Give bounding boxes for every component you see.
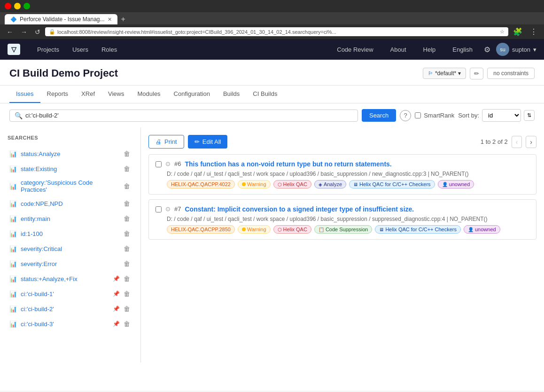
- nav-reload-button[interactable]: ↺: [32, 27, 43, 37]
- win-max-btn[interactable]: [23, 3, 30, 9]
- sidebar-item[interactable]: 📊 status:Analyze 🗑: [8, 146, 133, 161]
- nav-back-button[interactable]: ←: [4, 27, 16, 37]
- issue-title[interactable]: Constant: Implicit conversion to a signe…: [185, 205, 529, 213]
- sidebar: SEARCHES 📊 status:Analyze 🗑 📊 state:Exis…: [0, 127, 141, 362]
- smartrank-checkbox[interactable]: [415, 112, 421, 118]
- sidebar-item-actions: 📌 🗑: [112, 289, 131, 298]
- delete-search-button[interactable]: 🗑: [123, 229, 131, 238]
- issue-title[interactable]: This function has a non-void return type…: [185, 160, 529, 168]
- delete-search-button[interactable]: 🗑: [123, 304, 131, 314]
- sidebar-item[interactable]: 📊 category:'Suspicious Code Practices' 🗑: [8, 176, 133, 196]
- delete-search-button[interactable]: 🗑: [123, 199, 131, 208]
- nav-forward-button[interactable]: →: [18, 27, 30, 37]
- win-close-btn[interactable]: [5, 3, 11, 9]
- delete-search-button[interactable]: 🗑: [123, 149, 131, 158]
- sidebar-item-severity-error[interactable]: 📊 severity:Error 🗑: [8, 256, 133, 271]
- tab-modules[interactable]: Modules: [131, 86, 167, 103]
- next-page-button[interactable]: ›: [526, 136, 536, 148]
- delete-search-button[interactable]: 🗑: [123, 181, 131, 191]
- constraints-button[interactable]: no constraints: [487, 68, 535, 79]
- issue-rule-tag[interactable]: HELIX-QAC.QACPP.4022: [167, 180, 235, 188]
- pagination-text: 1 to 2 of 2: [481, 138, 508, 145]
- sort-select[interactable]: id severity status file: [482, 109, 521, 122]
- delete-search-button[interactable]: 🗑: [123, 259, 131, 268]
- issue-checkbox[interactable]: [155, 206, 162, 212]
- issue-checkbox[interactable]: [155, 161, 162, 167]
- nav-users[interactable]: Users: [67, 43, 94, 56]
- bar-chart-icon: 📊: [9, 230, 17, 237]
- prev-page-button[interactable]: ‹: [512, 136, 522, 148]
- edit-all-button[interactable]: ✏ Edit All: [188, 135, 228, 149]
- sidebar-item-ci-build-1[interactable]: 📊 ci:'ci-build-1' 📌 🗑: [8, 286, 133, 301]
- pin-search-button[interactable]: 📌: [112, 290, 121, 298]
- sidebar-item[interactable]: 📊 status:+Analyze,+Fix 📌 🗑: [8, 271, 133, 286]
- nav-code-review[interactable]: Code Review: [331, 43, 379, 56]
- tab-builds[interactable]: Builds: [217, 86, 246, 103]
- nav-help[interactable]: Help: [418, 43, 442, 56]
- delete-search-button[interactable]: 🗑: [123, 164, 131, 173]
- search-input[interactable]: [25, 112, 353, 119]
- pin-search-button[interactable]: 📌: [112, 274, 121, 283]
- pin-search-button[interactable]: 📌: [112, 320, 121, 328]
- issue-rule-tag[interactable]: HELIX-QAC.QACPP.2850: [167, 225, 235, 234]
- issue-severity-tag[interactable]: Warning: [238, 180, 271, 188]
- delete-search-button[interactable]: 🗑: [123, 274, 131, 283]
- new-tab-button[interactable]: +: [117, 14, 129, 24]
- pagination: 1 to 2 of 2 ‹ ›: [481, 136, 536, 148]
- browser-tab-active[interactable]: 🔷 Perforce Validate - Issue Manag... ✕: [5, 14, 117, 24]
- issue-checker-tag[interactable]: 🖥 Helix QAC for C/C++ Checkers: [375, 225, 461, 234]
- bar-chart-icon: 📊: [9, 321, 17, 328]
- tab-ci-builds[interactable]: CI Builds: [246, 86, 284, 103]
- extensions-button[interactable]: 🧩: [510, 26, 525, 37]
- address-bar[interactable]: 🔒 localhost:8008/review/insight-review.h…: [45, 27, 508, 36]
- nav-roles[interactable]: Roles: [96, 43, 123, 56]
- issue-owner-tag[interactable]: 👤 unowned: [438, 180, 474, 188]
- nav-projects[interactable]: Projects: [31, 43, 65, 56]
- sidebar-item-severity-critical[interactable]: 📊 severity:Critical 🗑: [8, 241, 133, 256]
- issue-helix-tag[interactable]: ⬡ Helix QAC: [273, 225, 311, 234]
- sidebar-item[interactable]: 📊 entity:main 🗑: [8, 211, 133, 226]
- issue-checker-tag[interactable]: 🖥 Helix QAC for C/C++ Checkers: [349, 180, 435, 188]
- tab-close-btn[interactable]: ✕: [108, 16, 112, 23]
- sidebar-item[interactable]: 📊 state:Existing 🗑: [8, 161, 133, 176]
- sidebar-item-label: ci:'ci-build-3': [21, 321, 108, 328]
- issue-owner-tag[interactable]: 👤 unowned: [464, 225, 500, 234]
- pin-search-button[interactable]: 📌: [112, 305, 121, 313]
- issue-severity-tag[interactable]: Warning: [238, 225, 271, 234]
- issue-codesup-tag[interactable]: 📋 Code Suppression: [314, 225, 373, 234]
- delete-search-button[interactable]: 🗑: [123, 289, 131, 298]
- nav-language[interactable]: English: [447, 43, 478, 56]
- print-button[interactable]: 🖨 Print: [148, 135, 184, 149]
- sidebar-item-ci-build-3[interactable]: 📊 ci:'ci-build-3' 📌 🗑: [8, 316, 133, 331]
- browser-menu-button[interactable]: ⋮: [527, 26, 540, 37]
- tab-xref[interactable]: XRef: [75, 86, 101, 103]
- issue-helix-tag[interactable]: ⬡ Helix QAC: [273, 180, 311, 188]
- search-help-button[interactable]: ?: [400, 110, 411, 121]
- win-min-btn[interactable]: [14, 3, 21, 9]
- sidebar-item-actions: 🗑: [123, 244, 131, 253]
- sort-order-button[interactable]: ⇅: [524, 110, 535, 121]
- delete-search-button[interactable]: 🗑: [123, 244, 131, 253]
- page-tabs: Issues Reports XRef Views Modules Config…: [0, 86, 544, 103]
- tab-issues[interactable]: Issues: [9, 86, 40, 103]
- delete-search-button[interactable]: 🗑: [123, 214, 131, 223]
- tab-configuration[interactable]: Configuration: [167, 86, 217, 103]
- issue-module-tag[interactable]: ◈ Analyze: [314, 180, 346, 188]
- sidebar-item[interactable]: 📊 id:1-100 🗑: [8, 226, 133, 241]
- owner-icon: 👤: [442, 182, 448, 187]
- sidebar-item-ci-build-2[interactable]: 📊 ci:'ci-build-2' 📌 🗑: [8, 301, 133, 316]
- header-controls: 🏳 *default* ▾ ✏ no constraints: [423, 68, 535, 85]
- branch-chevron-icon: ▾: [458, 70, 461, 77]
- user-menu[interactable]: su supton ▾: [496, 43, 536, 56]
- tab-reports[interactable]: Reports: [40, 86, 75, 103]
- nav-about[interactable]: About: [385, 43, 412, 56]
- delete-search-button[interactable]: 🗑: [123, 319, 131, 329]
- branch-edit-button[interactable]: ✏: [470, 68, 483, 79]
- search-button[interactable]: Search: [362, 109, 396, 122]
- tab-views[interactable]: Views: [101, 86, 131, 103]
- settings-button[interactable]: ⚙: [484, 45, 490, 54]
- branch-selector[interactable]: 🏳 *default* ▾: [423, 68, 466, 79]
- app-logo[interactable]: ▽: [8, 44, 20, 55]
- browser-nav: ← → ↺ 🔒 localhost:8008/review/insight-re…: [0, 24, 544, 39]
- sidebar-item[interactable]: 📊 code:NPE,NPD 🗑: [8, 196, 133, 211]
